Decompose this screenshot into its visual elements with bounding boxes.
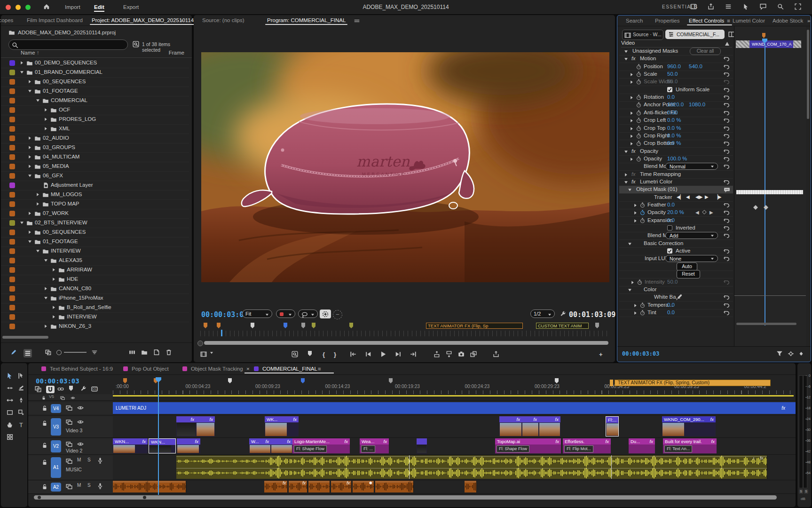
stopwatch-icon[interactable] bbox=[636, 71, 641, 77]
source-patch-icon[interactable] bbox=[66, 405, 72, 411]
row-value[interactable]: 0.00 bbox=[667, 110, 678, 115]
effect-row-tracker[interactable]: Tracker◀▏◀◀▶▶▕▶ bbox=[619, 194, 733, 202]
tree-chevron-icon[interactable] bbox=[52, 277, 56, 281]
effect-row-reset[interactable]: Reset bbox=[619, 270, 733, 278]
label-color-swatch[interactable] bbox=[9, 164, 15, 169]
tool-track-select-forward[interactable] bbox=[18, 373, 24, 379]
track-output-icon[interactable] bbox=[77, 419, 84, 425]
effect-row-time-remapping[interactable]: fxTime Remapping bbox=[619, 171, 733, 179]
voiceover-mic-icon[interactable] bbox=[97, 457, 103, 464]
clip[interactable] bbox=[417, 438, 427, 453]
reset-parameter-icon[interactable] bbox=[724, 202, 730, 208]
step-back-icon[interactable] bbox=[365, 351, 371, 357]
marker-icon[interactable] bbox=[307, 351, 312, 357]
tracker-button-0[interactable]: ◀▏ bbox=[677, 194, 684, 199]
ec-timecode[interactable]: 00:00:03:03 bbox=[622, 350, 659, 357]
label-color-swatch[interactable] bbox=[9, 267, 15, 273]
label-color-swatch[interactable] bbox=[9, 107, 15, 113]
bin-tree-row[interactable]: HDE bbox=[1, 275, 189, 285]
monitor-marker-icon[interactable] bbox=[311, 323, 316, 329]
bin-tree-row[interactable]: 00_SEQUENCES bbox=[1, 77, 189, 87]
extract-icon[interactable] bbox=[446, 351, 452, 357]
proxy-toggle-select[interactable] bbox=[276, 310, 295, 318]
label-color-swatch[interactable] bbox=[9, 117, 15, 122]
effect-row-opacity[interactable]: Opacity20.0 %◀▶ bbox=[619, 209, 733, 217]
clear-all-button[interactable]: Clear all bbox=[690, 48, 721, 55]
stopwatch-icon[interactable] bbox=[636, 102, 641, 108]
bin-tree-row[interactable]: 02_BTS_INTERVIEW bbox=[1, 218, 189, 228]
track-lock-icon[interactable] bbox=[41, 484, 48, 490]
track-output-icon[interactable] bbox=[77, 405, 84, 411]
tree-chevron-icon[interactable] bbox=[44, 258, 48, 262]
button-auto[interactable]: Auto bbox=[677, 262, 697, 271]
row-value[interactable]: 20.0 % bbox=[667, 209, 684, 215]
tree-chevron-icon[interactable] bbox=[28, 145, 32, 150]
reset-parameter-icon[interactable] bbox=[724, 156, 730, 162]
tree-chevron-icon[interactable] bbox=[52, 268, 56, 272]
row-chevron-icon[interactable] bbox=[628, 288, 632, 292]
list-view-icon[interactable] bbox=[24, 349, 32, 357]
clip[interactable]: fx bbox=[289, 481, 307, 492]
menu-item-edit[interactable]: Edit bbox=[90, 0, 108, 14]
track-badge[interactable]: V2 bbox=[51, 440, 61, 452]
program-scrollbar[interactable] bbox=[204, 341, 608, 345]
reset-parameter-icon[interactable] bbox=[724, 256, 730, 262]
bin-tree-row[interactable]: INTERVIEW bbox=[1, 312, 189, 322]
effect-row-opacity[interactable]: Opacity100.0 % bbox=[619, 155, 733, 163]
row-chevron-icon[interactable] bbox=[630, 134, 634, 138]
stopwatch-icon[interactable] bbox=[640, 310, 645, 316]
search-icon[interactable] bbox=[777, 3, 784, 10]
label-color-swatch[interactable] bbox=[9, 88, 15, 94]
track-name-label[interactable]: Video 3 bbox=[66, 428, 82, 433]
mark-in-button[interactable]: { bbox=[323, 351, 325, 358]
tree-chevron-icon[interactable] bbox=[28, 239, 32, 244]
tree-chevron-icon[interactable] bbox=[28, 79, 32, 84]
effect-row-active[interactable]: Active bbox=[619, 247, 733, 255]
clip[interactable]: fx bbox=[539, 416, 560, 437]
reset-parameter-icon[interactable] bbox=[724, 71, 730, 77]
effect-row-crop-right[interactable]: Crop Right0.0 % bbox=[619, 132, 733, 140]
tree-chevron-icon[interactable] bbox=[36, 202, 40, 206]
bin-tree-row[interactable]: INTERVIEW bbox=[1, 246, 189, 256]
stopwatch-icon[interactable] bbox=[636, 110, 641, 116]
effect-row-anchor-point[interactable]: Anchor Point1920.01080.0 bbox=[619, 101, 733, 109]
mark-out-button[interactable]: } bbox=[334, 351, 336, 358]
panel-overflow-icon[interactable]: » bbox=[181, 15, 183, 25]
row-chevron-icon[interactable] bbox=[630, 111, 634, 115]
track-header-v2[interactable]: V2Video 2 bbox=[28, 438, 113, 454]
effect-row-anti-flicker-fil-[interactable]: Anti-flicker Fil.0.00 bbox=[619, 109, 733, 117]
effect-row-tint[interactable]: Tint0.0 bbox=[619, 309, 733, 317]
track-lock-icon[interactable] bbox=[41, 420, 48, 427]
clip[interactable]: fx bbox=[176, 416, 196, 437]
effect-row-basic-correction[interactable]: Basic Correction bbox=[619, 240, 733, 248]
fullscreen-icon[interactable] bbox=[795, 3, 801, 10]
row-value[interactable]: 50.0 bbox=[667, 79, 678, 84]
clip[interactable]: fx bbox=[522, 416, 539, 437]
effect-row-feather[interactable]: Feather0.0 bbox=[619, 201, 733, 209]
tab-film-impact-dashboard[interactable]: Film Impact Dashboard bbox=[27, 15, 83, 25]
mute-button[interactable]: M bbox=[77, 483, 81, 488]
find-button[interactable] bbox=[133, 41, 139, 48]
scroll-handle-right[interactable] bbox=[143, 496, 146, 499]
bin-tree-row[interactable]: ARRIRAW bbox=[1, 265, 189, 275]
project-hscrollbar[interactable] bbox=[2, 336, 48, 339]
clip[interactable] bbox=[308, 481, 330, 492]
prev-keyframe-icon[interactable]: ◀ bbox=[695, 210, 699, 215]
mask-comment-icon[interactable] bbox=[724, 187, 730, 193]
clip[interactable] bbox=[465, 481, 477, 492]
tab-program-monitor[interactable]: Program: COMMERCIAL_FINAL bbox=[267, 15, 346, 25]
tree-chevron-icon[interactable] bbox=[28, 136, 32, 140]
voiceover-mic-icon[interactable] bbox=[97, 483, 103, 489]
icon-view-icon[interactable] bbox=[45, 349, 52, 356]
row-value[interactable]: 100.0 % bbox=[667, 156, 687, 161]
zoom-out-icon[interactable] bbox=[56, 350, 62, 355]
timeline-playhead-handle[interactable] bbox=[156, 377, 161, 382]
tree-chevron-icon[interactable] bbox=[36, 192, 40, 197]
play-button[interactable] bbox=[380, 351, 386, 357]
add-button-icon[interactable]: + bbox=[599, 351, 603, 358]
clip-wk-[interactable]: WK...fx bbox=[265, 416, 299, 437]
tool-slip[interactable] bbox=[7, 397, 13, 404]
tree-chevron-icon[interactable] bbox=[20, 70, 24, 74]
clip-wkn-[interactable]: WKN... bbox=[149, 438, 176, 453]
tree-chevron-icon[interactable] bbox=[20, 61, 24, 65]
